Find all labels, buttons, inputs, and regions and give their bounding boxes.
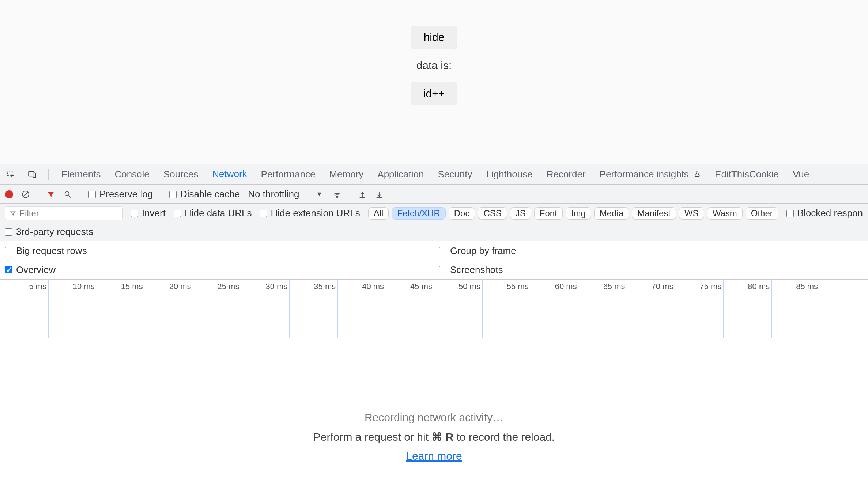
tab-recorder[interactable]: Recorder — [545, 164, 587, 184]
big-request-rows-checkbox[interactable]: Big request rows — [5, 245, 87, 257]
tab-sources[interactable]: Sources — [162, 164, 200, 184]
timeline-tick: 20 ms — [193, 280, 193, 338]
timeline-tick-label: 80 ms — [748, 282, 770, 291]
disable-cache-checkbox[interactable]: Disable cache — [169, 188, 240, 200]
tab-lighthouse[interactable]: Lighthouse — [484, 164, 534, 184]
clear-icon[interactable] — [21, 190, 30, 199]
preserve-log-checkbox[interactable]: Preserve log — [88, 188, 153, 200]
timeline-tick-label: 10 ms — [73, 282, 95, 291]
inspect-element-icon[interactable] — [6, 169, 16, 180]
filter-input-wrap[interactable] — [5, 206, 123, 220]
blocked-responses-input[interactable] — [786, 210, 794, 217]
search-icon[interactable] — [63, 190, 72, 199]
svg-line-6 — [69, 195, 71, 197]
id-increment-button[interactable]: id++ — [411, 82, 457, 105]
invert-input[interactable] — [131, 210, 138, 217]
blocked-responses-label: Blocked respon — [797, 208, 863, 219]
timeline-tick-label: 75 ms — [699, 282, 721, 291]
screenshots-label: Screenshots — [450, 264, 503, 276]
pill-other[interactable]: Other — [746, 207, 778, 220]
pill-css[interactable]: CSS — [478, 207, 507, 220]
learn-more-link[interactable]: Learn more — [406, 450, 462, 462]
throttling-select[interactable]: No throttling ▼ — [248, 188, 325, 200]
pill-doc[interactable]: Doc — [449, 207, 475, 220]
timeline-tick-label: 45 ms — [410, 282, 432, 291]
hide-extension-urls-label: Hide extension URLs — [271, 208, 360, 219]
third-party-label: 3rd-party requests — [16, 226, 93, 238]
timeline-overview[interactable]: 5 ms10 ms15 ms20 ms25 ms30 ms35 ms40 ms4… — [0, 280, 868, 338]
network-empty-state: Recording network activity… Perform a re… — [0, 338, 868, 497]
record-button[interactable] — [5, 190, 13, 198]
pill-fetch-xhr[interactable]: Fetch/XHR — [392, 207, 445, 220]
timeline-tick-label: 15 ms — [121, 282, 143, 291]
big-request-rows-label: Big request rows — [16, 245, 87, 257]
separator — [48, 169, 49, 180]
pill-js[interactable]: JS — [510, 207, 531, 220]
filter-input[interactable] — [19, 208, 118, 218]
svg-point-5 — [65, 191, 69, 195]
timeline-tick: 75 ms — [723, 280, 724, 338]
blocked-responses-checkbox[interactable]: Blocked respon — [786, 208, 863, 219]
pill-all[interactable]: All — [368, 207, 389, 220]
third-party-input[interactable] — [5, 228, 12, 236]
timeline-tick: 80 ms — [771, 280, 772, 338]
filter-toggle-icon[interactable] — [46, 190, 55, 199]
timeline-tick-label: 85 ms — [796, 282, 818, 291]
web-page-area: hide data is: id++ — [0, 0, 868, 164]
invert-checkbox[interactable]: Invert — [131, 208, 166, 219]
export-har-icon[interactable] — [375, 190, 384, 199]
import-har-icon[interactable] — [358, 190, 367, 199]
pill-wasm[interactable]: Wasm — [707, 207, 743, 220]
tab-elements[interactable]: Elements — [60, 164, 102, 184]
tab-editthiscookie[interactable]: EditThisCookie — [713, 164, 780, 184]
pill-img[interactable]: Img — [566, 207, 591, 220]
screenshots-input[interactable] — [439, 266, 446, 273]
pill-ws[interactable]: WS — [679, 207, 704, 220]
pill-media[interactable]: Media — [594, 207, 629, 220]
pill-font[interactable]: Font — [534, 207, 563, 220]
type-filter-pills: All Fetch/XHR Doc CSS JS Font Img Media … — [368, 207, 778, 220]
hide-extension-urls-input[interactable] — [260, 210, 267, 217]
timeline-tick-label: 5 ms — [29, 282, 46, 291]
big-request-rows-input[interactable] — [5, 247, 12, 254]
network-toolbar: Preserve log Disable cache No throttling… — [0, 185, 868, 204]
tab-vue[interactable]: Vue — [791, 164, 811, 184]
tab-memory[interactable]: Memory — [328, 164, 365, 184]
overview-checkbox[interactable]: Overview — [5, 264, 56, 276]
overview-input[interactable] — [5, 266, 12, 273]
timeline-tick-label: 65 ms — [603, 282, 625, 291]
svg-line-4 — [23, 192, 28, 197]
third-party-checkbox[interactable]: 3rd-party requests — [5, 226, 93, 238]
timeline-tick-label: 50 ms — [458, 282, 480, 291]
group-by-frame-input[interactable] — [439, 247, 446, 254]
hide-button[interactable]: hide — [411, 26, 457, 49]
disable-cache-input[interactable] — [169, 191, 177, 198]
hide-data-urls-input[interactable] — [174, 210, 181, 217]
tab-network[interactable]: Network — [211, 164, 248, 185]
tab-performance-insights[interactable]: Performance insights — [598, 164, 702, 184]
timeline-tick: 15 ms — [145, 280, 145, 338]
timeline-tick: 30 ms — [289, 280, 290, 338]
tab-performance[interactable]: Performance — [260, 164, 317, 184]
separator — [80, 189, 80, 200]
hide-extension-urls-checkbox[interactable]: Hide extension URLs — [260, 208, 360, 219]
group-by-frame-checkbox[interactable]: Group by frame — [439, 245, 516, 257]
pill-manifest[interactable]: Manifest — [632, 207, 676, 220]
timeline-tick: 5 ms — [48, 280, 49, 338]
screenshots-checkbox[interactable]: Screenshots — [439, 264, 503, 276]
network-conditions-icon[interactable] — [333, 190, 341, 199]
recording-hint: Perform a request or hit ⌘ R to record t… — [313, 430, 555, 443]
tab-security[interactable]: Security — [437, 164, 474, 184]
preserve-log-input[interactable] — [88, 191, 96, 198]
kbd-shortcut: ⌘ R — [431, 431, 453, 443]
chevron-down-icon: ▼ — [316, 190, 322, 198]
tab-application[interactable]: Application — [376, 164, 425, 184]
svg-rect-2 — [33, 173, 36, 178]
timeline-tick: 50 ms — [482, 280, 483, 338]
tab-console[interactable]: Console — [113, 164, 151, 184]
timeline-tick-label: 40 ms — [362, 282, 384, 291]
overview-label: Overview — [16, 264, 56, 276]
timeline-tick: 60 ms — [579, 280, 579, 338]
hide-data-urls-checkbox[interactable]: Hide data URLs — [174, 208, 252, 219]
device-toolbar-icon[interactable] — [27, 169, 37, 180]
